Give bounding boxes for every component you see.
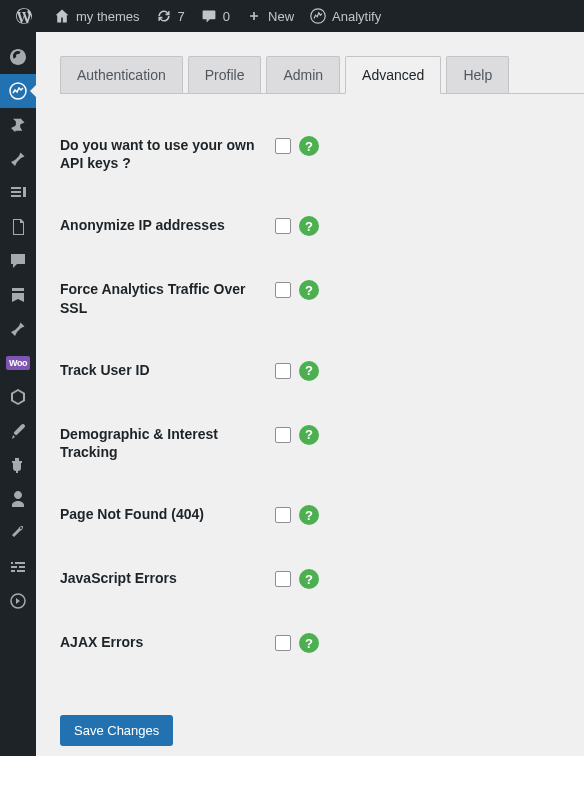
comments[interactable]: 0 [193, 0, 238, 32]
tab-admin[interactable]: Admin [266, 56, 340, 93]
setting-label: Force Analytics Traffic Over SSL [60, 280, 275, 316]
updates[interactable]: 7 [148, 0, 193, 32]
setting-control: ? [275, 136, 319, 156]
setting-label: AJAX Errors [60, 633, 275, 651]
main-content: AuthenticationProfileAdminAdvancedHelp D… [36, 32, 584, 756]
analytify-icon [310, 8, 326, 24]
setting-label: Track User ID [60, 361, 275, 379]
pin-icon [8, 149, 28, 169]
sidebar-dashboard[interactable] [0, 40, 36, 74]
setting-checkbox[interactable] [275, 427, 291, 443]
setting-checkbox[interactable] [275, 282, 291, 298]
tab-profile[interactable]: Profile [188, 56, 262, 93]
sidebar-feedback[interactable] [0, 278, 36, 312]
setting-row: Demographic & Interest Tracking? [60, 403, 584, 483]
tab-advanced[interactable]: Advanced [345, 56, 441, 94]
setting-control: ? [275, 216, 319, 236]
comments-icon [8, 251, 28, 271]
help-icon[interactable]: ? [299, 361, 319, 381]
settings-tabs: AuthenticationProfileAdminAdvancedHelp [60, 56, 584, 94]
setting-checkbox[interactable] [275, 571, 291, 587]
setting-control: ? [275, 280, 319, 300]
settings-form: Do you want to use your own API keys ??A… [60, 94, 584, 695]
site-name[interactable]: my themes [46, 0, 148, 32]
sidebar-plugins[interactable] [0, 448, 36, 482]
plugin-icon [8, 455, 28, 475]
sidebar-media[interactable] [0, 176, 36, 210]
sidebar-analytify[interactable] [0, 74, 36, 108]
sidebar-collapse[interactable] [0, 584, 36, 618]
plus-icon [246, 8, 262, 24]
sidebar-settings[interactable] [0, 550, 36, 584]
new-label: New [268, 9, 294, 24]
setting-control: ? [275, 633, 319, 653]
setting-label: Anonymize IP addresses [60, 216, 275, 234]
sidebar-comments[interactable] [0, 244, 36, 278]
sidebar-posts3[interactable] [0, 312, 36, 346]
setting-row: Track User ID? [60, 339, 584, 403]
sidebar-woo[interactable]: Woo [0, 346, 36, 380]
comment-icon [201, 8, 217, 24]
help-icon[interactable]: ? [299, 569, 319, 589]
setting-control: ? [275, 425, 319, 445]
admin-sidebar: Woo [0, 32, 36, 756]
help-icon[interactable]: ? [299, 136, 319, 156]
analytify-bar[interactable]: Analytify [302, 0, 389, 32]
setting-row: JavaScript Errors? [60, 547, 584, 611]
help-icon[interactable]: ? [299, 216, 319, 236]
collapse-icon [8, 591, 28, 611]
feedback-icon [8, 285, 28, 305]
setting-checkbox[interactable] [275, 507, 291, 523]
sidebar-tools[interactable] [0, 516, 36, 550]
setting-checkbox[interactable] [275, 138, 291, 154]
setting-label: Page Not Found (404) [60, 505, 275, 523]
brush-icon [8, 421, 28, 441]
setting-checkbox[interactable] [275, 635, 291, 651]
home-icon [54, 8, 70, 24]
new-content[interactable]: New [238, 0, 302, 32]
setting-control: ? [275, 361, 319, 381]
pin-icon [8, 115, 28, 135]
pin-icon [8, 319, 28, 339]
updates-count: 7 [178, 9, 185, 24]
wp-logo[interactable] [8, 0, 46, 32]
help-icon[interactable]: ? [299, 505, 319, 525]
setting-label: JavaScript Errors [60, 569, 275, 587]
pages-icon [8, 217, 28, 237]
user-icon [8, 489, 28, 509]
analytify-label: Analytify [332, 9, 381, 24]
sidebar-pages[interactable] [0, 210, 36, 244]
sliders-icon [8, 557, 28, 577]
sidebar-posts2[interactable] [0, 142, 36, 176]
media-icon [8, 183, 28, 203]
sidebar-products[interactable] [0, 380, 36, 414]
setting-label: Demographic & Interest Tracking [60, 425, 275, 461]
wrench-icon [8, 523, 28, 543]
setting-row: Page Not Found (404)? [60, 483, 584, 547]
tab-authentication[interactable]: Authentication [60, 56, 183, 93]
setting-checkbox[interactable] [275, 363, 291, 379]
setting-row: AJAX Errors? [60, 611, 584, 675]
site-name-text: my themes [76, 9, 140, 24]
chart-icon [8, 81, 28, 101]
sidebar-users[interactable] [0, 482, 36, 516]
setting-row: Anonymize IP addresses? [60, 194, 584, 258]
setting-row: Do you want to use your own API keys ?? [60, 114, 584, 194]
save-button[interactable]: Save Changes [60, 715, 173, 746]
comments-count: 0 [223, 9, 230, 24]
setting-checkbox[interactable] [275, 218, 291, 234]
admin-bar: my themes 7 0 New Analytify [0, 0, 584, 32]
sidebar-posts[interactable] [0, 108, 36, 142]
woo-icon: Woo [6, 356, 30, 370]
update-icon [156, 8, 172, 24]
setting-control: ? [275, 505, 319, 525]
product-icon [8, 387, 28, 407]
help-icon[interactable]: ? [299, 425, 319, 445]
help-icon[interactable]: ? [299, 633, 319, 653]
tab-help[interactable]: Help [446, 56, 509, 93]
help-icon[interactable]: ? [299, 280, 319, 300]
dashboard-icon [8, 47, 28, 67]
wordpress-icon [16, 8, 32, 24]
setting-control: ? [275, 569, 319, 589]
sidebar-appearance[interactable] [0, 414, 36, 448]
